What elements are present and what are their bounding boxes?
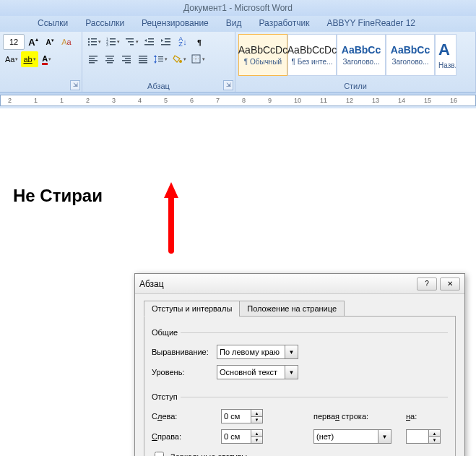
outdent-icon (144, 37, 155, 47)
group-label-font (3, 90, 79, 92)
font-color-button[interactable]: A▾ (39, 51, 55, 67)
justify-button[interactable] (135, 51, 151, 67)
window-title: Документ1 - Microsoft Word (0, 0, 476, 16)
spin-up-icon[interactable]: ▲ (429, 429, 441, 436)
bucket-icon (173, 54, 183, 64)
style-heading1[interactable]: AaBbCcЗаголово... (337, 34, 386, 76)
section-indent: Отступ (152, 392, 181, 401)
svg-rect-9 (110, 41, 116, 43)
style-title[interactable]: AНазв... (435, 34, 456, 76)
chevron-down-icon[interactable]: ▼ (378, 429, 391, 444)
highlight-button[interactable]: ab▾ (21, 51, 38, 67)
style-heading2[interactable]: AaBbCcЗаголово... (386, 34, 435, 76)
ribbon: 12 A▴ A▾ Aa Aa▾ ab▾ A▾ ⇲ ▾ 123▾ ▾ AZ↓ (0, 32, 476, 93)
change-case-button[interactable]: Aa▾ (3, 51, 20, 67)
label-alignment: Выравнивание: (152, 348, 211, 356)
label-mirror: Зеркальные отступы (170, 452, 247, 457)
spin-down-icon[interactable]: ▼ (251, 416, 263, 423)
style-normal[interactable]: AaBbCcDc¶ Обычный (238, 34, 287, 76)
multilevel-button[interactable]: ▾ (123, 34, 141, 50)
chevron-down-icon[interactable]: ▼ (285, 365, 298, 379)
svg-text:3: 3 (106, 43, 108, 47)
svg-rect-13 (128, 41, 134, 43)
spin-down-icon[interactable]: ▼ (429, 436, 441, 444)
tab-indents[interactable]: Отступы и интервалы (144, 301, 240, 317)
svg-rect-15 (148, 38, 154, 40)
ribbon-tab-developer[interactable]: Разработчик (251, 16, 319, 32)
indent-left-spinner[interactable] (221, 409, 251, 423)
align-center-icon (105, 54, 115, 64)
spin-up-icon[interactable]: ▲ (251, 429, 263, 436)
svg-rect-25 (105, 56, 114, 57)
alignment-combo[interactable] (217, 345, 285, 359)
svg-rect-36 (139, 62, 147, 64)
close-button[interactable]: ✕ (440, 278, 460, 291)
dialog-title-text: Абзац (139, 279, 164, 289)
document-area[interactable]: Не Стираи Абзац ? ✕ Отступы и интервалы … (0, 108, 476, 455)
ribbon-tab-review[interactable]: Рецензирование (133, 16, 217, 32)
spin-up-icon[interactable]: ▲ (251, 409, 263, 416)
align-left-icon (88, 54, 98, 64)
svg-rect-31 (122, 60, 131, 61)
sort-button[interactable]: AZ↓ (175, 34, 191, 50)
svg-rect-39 (158, 59, 163, 59)
ribbon-tab-references[interactable]: Ссылки (29, 16, 77, 32)
level-combo[interactable] (217, 365, 285, 379)
svg-rect-33 (139, 56, 147, 57)
svg-rect-14 (130, 44, 134, 46)
svg-rect-32 (125, 62, 131, 64)
paragraph-launcher-icon[interactable]: ⇲ (223, 80, 233, 90)
clear-format-button[interactable]: Aa (59, 34, 74, 50)
svg-rect-5 (91, 44, 97, 46)
help-button[interactable]: ? (417, 278, 437, 291)
numbering-button[interactable]: 123▾ (104, 34, 122, 50)
ribbon-group-font: 12 A▴ A▾ Aa Aa▾ ab▾ A▾ ⇲ (0, 32, 82, 92)
dialog-titlebar: Абзац ? ✕ (135, 274, 464, 294)
svg-rect-38 (158, 56, 163, 57)
ribbon-tab-mailings[interactable]: Рассылки (77, 16, 133, 32)
align-right-button[interactable] (118, 51, 134, 67)
indent-right-spinner[interactable] (221, 429, 251, 444)
svg-rect-20 (161, 44, 170, 46)
show-marks-button[interactable]: ¶ (191, 34, 207, 50)
ribbon-tab-abbyy[interactable]: ABBYY FineReader 12 (318, 16, 424, 32)
align-left-button[interactable] (85, 51, 101, 67)
numbering-icon: 123 (106, 37, 116, 47)
font-size-combo[interactable]: 12 (3, 34, 25, 50)
label-by: на: (406, 412, 417, 421)
shrink-font-button[interactable]: A▾ (42, 34, 58, 50)
line-spacing-button[interactable]: ▾ (152, 51, 170, 67)
svg-rect-29 (122, 56, 131, 57)
borders-button[interactable]: ▾ (189, 51, 207, 67)
svg-point-41 (179, 60, 182, 63)
bullets-icon (87, 37, 98, 47)
by-spinner[interactable] (406, 429, 429, 444)
shading-button[interactable]: ▾ (170, 51, 189, 67)
chevron-down-icon[interactable]: ▼ (285, 345, 298, 359)
tab-pageposition[interactable]: Положение на странице (239, 301, 345, 317)
align-center-button[interactable] (102, 51, 118, 67)
mirror-indents-checkbox[interactable] (155, 452, 164, 456)
svg-rect-16 (148, 41, 154, 43)
linespacing-icon (154, 54, 164, 64)
multilevel-icon (125, 37, 135, 47)
horizontal-ruler[interactable]: 211234567891011121314151617 (0, 93, 476, 108)
firstline-combo[interactable] (313, 429, 378, 444)
style-nospacing[interactable]: AaBbCcDc¶ Без инте... (287, 34, 337, 76)
svg-rect-27 (105, 60, 114, 61)
spin-down-icon[interactable]: ▼ (251, 436, 263, 444)
decrease-indent-button[interactable] (142, 34, 157, 50)
svg-rect-37 (155, 57, 156, 61)
svg-rect-30 (125, 58, 131, 59)
svg-rect-17 (144, 44, 154, 46)
label-right: Справа: (152, 432, 181, 441)
increase-indent-button[interactable] (158, 34, 174, 50)
grow-font-button[interactable]: A▴ (25, 34, 41, 50)
ribbon-tab-view[interactable]: Вид (217, 16, 251, 32)
document-text: Не Стираи (13, 186, 103, 206)
group-label-styles: Стили (238, 81, 472, 92)
borders-icon (191, 54, 202, 64)
ribbon-tab-partial[interactable] (7, 16, 29, 32)
font-launcher-icon[interactable]: ⇲ (70, 80, 80, 90)
bullets-button[interactable]: ▾ (85, 34, 103, 50)
